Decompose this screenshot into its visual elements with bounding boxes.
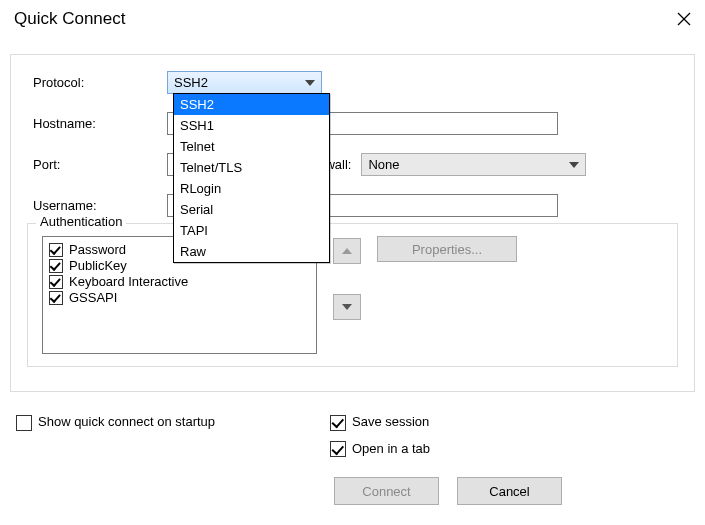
protocol-dropdown-list[interactable]: SSH2 SSH1 Telnet Telnet/TLS RLogin Seria… xyxy=(173,93,330,263)
protocol-option[interactable]: Serial xyxy=(174,199,329,220)
protocol-select-value: SSH2 xyxy=(174,75,208,90)
port-label: Port: xyxy=(27,157,167,172)
save-session-checkbox[interactable]: Save session xyxy=(330,414,430,431)
move-up-button[interactable] xyxy=(333,238,361,264)
cancel-button-label: Cancel xyxy=(489,484,529,499)
auth-item-label: PublicKey xyxy=(69,258,127,273)
chevron-down-icon xyxy=(305,80,315,86)
open-tab-label: Open in a tab xyxy=(352,441,430,456)
triangle-down-icon xyxy=(342,304,352,310)
protocol-option[interactable]: Telnet/TLS xyxy=(174,157,329,178)
window-title: Quick Connect xyxy=(14,9,126,29)
close-button[interactable] xyxy=(673,8,695,30)
connect-button-label: Connect xyxy=(362,484,410,499)
firewall-select[interactable]: None xyxy=(361,153,586,176)
hostname-label: Hostname: xyxy=(27,116,167,131)
checkbox-icon xyxy=(49,259,63,273)
checkbox-icon xyxy=(49,243,63,257)
protocol-label: Protocol: xyxy=(27,75,167,90)
auth-item-label: Password xyxy=(69,242,126,257)
auth-item-label: Keyboard Interactive xyxy=(69,274,188,289)
auth-item[interactable]: Keyboard Interactive xyxy=(49,274,310,289)
properties-button-label: Properties... xyxy=(412,242,482,257)
save-session-label: Save session xyxy=(352,414,429,429)
protocol-option[interactable]: Telnet xyxy=(174,136,329,157)
checkbox-icon xyxy=(330,441,346,457)
protocol-option[interactable]: SSH2 xyxy=(174,94,329,115)
connection-group: Protocol: SSH2 Hostname: Port: Firewall:… xyxy=(10,54,695,392)
auth-item[interactable]: GSSAPI xyxy=(49,290,310,305)
protocol-option[interactable]: Raw xyxy=(174,241,329,262)
protocol-option[interactable]: RLogin xyxy=(174,178,329,199)
triangle-up-icon xyxy=(342,248,352,254)
protocol-select[interactable]: SSH2 xyxy=(167,71,322,94)
properties-button[interactable]: Properties... xyxy=(377,236,517,262)
chevron-down-icon xyxy=(569,162,579,168)
authentication-legend: Authentication xyxy=(36,214,126,229)
auth-item-label: GSSAPI xyxy=(69,290,117,305)
protocol-option[interactable]: SSH1 xyxy=(174,115,329,136)
connect-button[interactable]: Connect xyxy=(334,477,439,505)
close-icon xyxy=(677,12,691,26)
firewall-select-value: None xyxy=(368,157,399,172)
show-startup-label: Show quick connect on startup xyxy=(38,414,215,429)
protocol-option[interactable]: TAPI xyxy=(174,220,329,241)
checkbox-icon xyxy=(16,415,32,431)
checkbox-icon xyxy=(330,415,346,431)
checkbox-icon xyxy=(49,291,63,305)
open-tab-checkbox[interactable]: Open in a tab xyxy=(330,441,430,458)
move-down-button[interactable] xyxy=(333,294,361,320)
authentication-group: Authentication Password PublicKey Keyboa… xyxy=(27,223,678,367)
show-startup-checkbox[interactable]: Show quick connect on startup xyxy=(16,414,215,429)
username-label: Username: xyxy=(27,198,167,213)
cancel-button[interactable]: Cancel xyxy=(457,477,562,505)
checkbox-icon xyxy=(49,275,63,289)
